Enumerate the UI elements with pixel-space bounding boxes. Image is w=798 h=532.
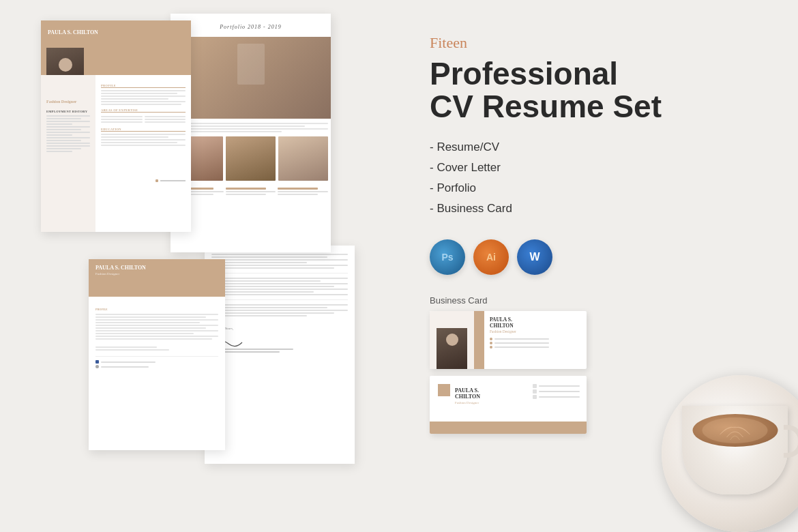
feature-business-card: - Business Card (430, 202, 771, 216)
portfolio-preview: Portfolio 2018 - 2019 (171, 14, 331, 252)
resume-sidebar: Fashion Designer EMPLOYMENT HISTORY (41, 75, 95, 232)
expertise-section-title: AREAS OF EXPERTISE (101, 108, 186, 113)
features-list: - Resume/CV - Cover Letter - Porfolio - … (430, 141, 771, 222)
cover-letter-subtitle: Fashion Designer (95, 272, 218, 276)
latte-art-svg (692, 414, 778, 447)
resume-preview: PAULA S. CHILTON Fashion Designer EMPLOY… (41, 20, 191, 232)
resume-job-title: Fashion Designer (46, 99, 90, 104)
biz-card2-accent (438, 384, 450, 396)
brand-name: Fiteen (430, 34, 771, 52)
biz-card2-subtitle: Fashion Designer (455, 401, 578, 404)
word-icon: W (517, 239, 552, 275)
portfolio-thumbnails (171, 134, 331, 183)
illustrator-icon: Ai (473, 239, 509, 275)
portfolio-date-range: Portfolio 2018 - 2019 (179, 24, 323, 30)
profile-heading: PROFILE (95, 308, 218, 311)
cover-letter-name: PAULA S. CHILTON (95, 265, 218, 271)
photoshop-icon: Ps (430, 239, 465, 275)
feature-portfolio: - Porfolio (430, 181, 771, 195)
cover-letter-header: PAULA S. CHILTON Fashion Designer (89, 259, 225, 297)
biz-card2-contacts (533, 384, 580, 399)
resume-content: PROFILE AREAS OF EXPERTISE (95, 75, 191, 232)
feature-cover: - Cover Letter (430, 161, 771, 175)
portfolio-thumb-3 (278, 136, 328, 181)
resume-employment-title: EMPLOYMENT HISTORY (46, 110, 90, 113)
portfolio-header: Portfolio 2018 - 2019 (171, 14, 331, 37)
software-icons-row: Ps Ai W (430, 239, 771, 275)
biz-card-info: PAULA S.CHILTON Fashion Designer (484, 311, 587, 369)
biz-card-left-panel (430, 311, 484, 369)
coffee-decoration (648, 355, 798, 532)
portfolio-doc2: Sincerely Yours, (205, 246, 355, 464)
biz-card-photo (437, 328, 467, 369)
main-container: PAULA S. CHILTON Fashion Designer EMPLOY… (0, 0, 798, 532)
profile-section-title: PROFILE (101, 84, 186, 88)
resume-header: PAULA S. CHILTON (41, 20, 191, 75)
portfolio-thumb-2 (226, 136, 276, 181)
cup-handle (784, 425, 798, 458)
biz-card2-bottom-bar (430, 422, 587, 434)
business-card-label: Business Card (430, 295, 771, 306)
feature-resume: - Resume/CV (430, 141, 771, 154)
product-title: Professional CV Resume Set (430, 57, 771, 123)
document-previews: PAULA S. CHILTON Fashion Designer EMPLOY… (0, 0, 409, 532)
resume-name: PAULA S. CHILTON (48, 29, 184, 36)
business-card-1: PAULA S.CHILTON Fashion Designer (430, 311, 587, 369)
cover-letter-preview: PAULA S. CHILTON Fashion Designer PROFIL… (89, 259, 225, 450)
portfolio-main-image (171, 37, 331, 119)
cover-letter-body: PROFILE (89, 297, 225, 375)
svg-point-0 (702, 417, 767, 443)
coffee-surface (692, 414, 778, 447)
biz-card-accent-bar (474, 311, 484, 369)
biz-card-title: Fashion Designer (490, 329, 581, 334)
business-card-2: PAULA S.CHILTON Fashion Designer (430, 376, 587, 434)
coffee-cup-body (682, 406, 788, 494)
biz-card-name: PAULA S.CHILTON (490, 316, 581, 330)
